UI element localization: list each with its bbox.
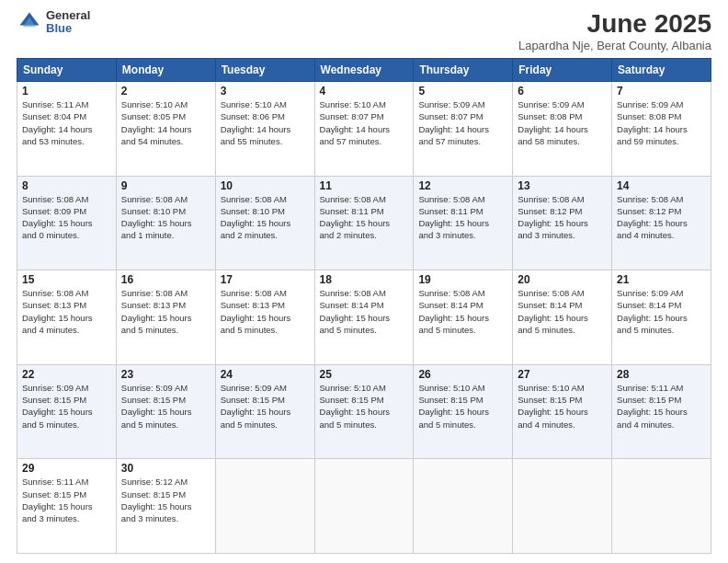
day-number: 16 bbox=[121, 273, 210, 286]
logo-general-text: General bbox=[46, 9, 90, 22]
page: General Blue June 2025 Lapardha Nje, Ber… bbox=[0, 0, 728, 563]
calendar-cell: 7Sunrise: 5:09 AM Sunset: 8:08 PM Daylig… bbox=[612, 82, 711, 177]
calendar-cell: 20Sunrise: 5:08 AM Sunset: 8:14 PM Dayli… bbox=[513, 270, 612, 365]
day-number: 24 bbox=[221, 368, 310, 381]
calendar-cell: 15Sunrise: 5:08 AM Sunset: 8:13 PM Dayli… bbox=[17, 270, 117, 365]
week-row-4: 22Sunrise: 5:09 AM Sunset: 8:15 PM Dayli… bbox=[17, 364, 711, 459]
day-number: 20 bbox=[518, 273, 607, 286]
day-info: Sunrise: 5:08 AM Sunset: 8:13 PM Dayligh… bbox=[22, 287, 111, 336]
logo-text: General Blue bbox=[46, 9, 90, 36]
calendar-cell: 4Sunrise: 5:10 AM Sunset: 8:07 PM Daylig… bbox=[314, 82, 414, 177]
calendar-cell: 11Sunrise: 5:08 AM Sunset: 8:11 PM Dayli… bbox=[314, 176, 414, 270]
calendar-cell: 18Sunrise: 5:08 AM Sunset: 8:14 PM Dayli… bbox=[314, 270, 414, 365]
calendar-cell: 10Sunrise: 5:08 AM Sunset: 8:10 PM Dayli… bbox=[215, 176, 314, 270]
day-info: Sunrise: 5:08 AM Sunset: 8:09 PM Dayligh… bbox=[22, 193, 111, 242]
day-info: Sunrise: 5:09 AM Sunset: 8:08 PM Dayligh… bbox=[518, 98, 607, 147]
day-number: 15 bbox=[22, 273, 111, 286]
day-number: 5 bbox=[418, 85, 507, 98]
day-number: 29 bbox=[22, 462, 111, 475]
calendar-cell: 13Sunrise: 5:08 AM Sunset: 8:12 PM Dayli… bbox=[513, 176, 612, 270]
calendar-cell: 9Sunrise: 5:08 AM Sunset: 8:10 PM Daylig… bbox=[116, 176, 215, 270]
day-number: 23 bbox=[121, 368, 210, 381]
day-info: Sunrise: 5:08 AM Sunset: 8:14 PM Dayligh… bbox=[418, 287, 507, 336]
day-number: 11 bbox=[320, 179, 409, 192]
day-info: Sunrise: 5:08 AM Sunset: 8:13 PM Dayligh… bbox=[221, 287, 310, 336]
calendar-cell: 24Sunrise: 5:09 AM Sunset: 8:15 PM Dayli… bbox=[215, 364, 314, 459]
week-row-1: 1Sunrise: 5:11 AM Sunset: 8:04 PM Daylig… bbox=[17, 82, 711, 177]
day-number: 6 bbox=[518, 85, 607, 98]
day-info: Sunrise: 5:09 AM Sunset: 8:15 PM Dayligh… bbox=[221, 382, 310, 431]
day-info: Sunrise: 5:10 AM Sunset: 8:05 PM Dayligh… bbox=[121, 98, 210, 147]
day-info: Sunrise: 5:10 AM Sunset: 8:06 PM Dayligh… bbox=[221, 98, 310, 147]
day-info: Sunrise: 5:10 AM Sunset: 8:15 PM Dayligh… bbox=[518, 382, 607, 431]
calendar-cell: 30Sunrise: 5:12 AM Sunset: 8:15 PM Dayli… bbox=[116, 459, 215, 554]
day-info: Sunrise: 5:11 AM Sunset: 8:15 PM Dayligh… bbox=[22, 476, 111, 524]
header-day-monday: Monday bbox=[116, 59, 215, 82]
day-info: Sunrise: 5:09 AM Sunset: 8:14 PM Dayligh… bbox=[617, 287, 706, 336]
calendar-cell: 28Sunrise: 5:11 AM Sunset: 8:15 PM Dayli… bbox=[612, 364, 711, 459]
day-number: 18 bbox=[320, 273, 409, 286]
calendar-cell bbox=[513, 459, 612, 554]
calendar-cell bbox=[414, 459, 513, 554]
day-info: Sunrise: 5:08 AM Sunset: 8:12 PM Dayligh… bbox=[518, 193, 607, 242]
day-number: 7 bbox=[617, 85, 706, 98]
calendar-cell: 25Sunrise: 5:10 AM Sunset: 8:15 PM Dayli… bbox=[314, 364, 414, 459]
header-day-friday: Friday bbox=[513, 59, 612, 82]
day-number: 8 bbox=[22, 179, 111, 192]
calendar-cell: 5Sunrise: 5:09 AM Sunset: 8:07 PM Daylig… bbox=[414, 82, 513, 177]
calendar-table: SundayMondayTuesdayWednesdayThursdayFrid… bbox=[17, 58, 711, 554]
calendar-cell: 26Sunrise: 5:10 AM Sunset: 8:15 PM Dayli… bbox=[414, 364, 513, 459]
calendar-cell: 2Sunrise: 5:10 AM Sunset: 8:05 PM Daylig… bbox=[116, 82, 215, 177]
day-number: 26 bbox=[418, 368, 507, 381]
header-day-saturday: Saturday bbox=[612, 59, 711, 82]
calendar-cell: 1Sunrise: 5:11 AM Sunset: 8:04 PM Daylig… bbox=[17, 82, 117, 177]
calendar-cell: 17Sunrise: 5:08 AM Sunset: 8:13 PM Dayli… bbox=[215, 270, 314, 365]
calendar-cell: 27Sunrise: 5:10 AM Sunset: 8:15 PM Dayli… bbox=[513, 364, 612, 459]
day-info: Sunrise: 5:11 AM Sunset: 8:15 PM Dayligh… bbox=[617, 382, 706, 431]
header-day-thursday: Thursday bbox=[414, 59, 513, 82]
calendar-cell: 22Sunrise: 5:09 AM Sunset: 8:15 PM Dayli… bbox=[17, 364, 117, 459]
calendar-cell: 3Sunrise: 5:10 AM Sunset: 8:06 PM Daylig… bbox=[215, 82, 314, 177]
header: General Blue June 2025 Lapardha Nje, Ber… bbox=[17, 9, 711, 52]
logo: General Blue bbox=[17, 9, 90, 36]
day-number: 13 bbox=[518, 179, 607, 192]
calendar-cell bbox=[215, 459, 314, 554]
day-info: Sunrise: 5:10 AM Sunset: 8:15 PM Dayligh… bbox=[320, 382, 409, 431]
week-row-3: 15Sunrise: 5:08 AM Sunset: 8:13 PM Dayli… bbox=[17, 270, 711, 365]
day-number: 4 bbox=[320, 85, 409, 98]
day-number: 9 bbox=[121, 179, 210, 192]
day-info: Sunrise: 5:08 AM Sunset: 8:14 PM Dayligh… bbox=[320, 287, 409, 336]
day-number: 17 bbox=[221, 273, 310, 286]
day-info: Sunrise: 5:08 AM Sunset: 8:11 PM Dayligh… bbox=[418, 193, 507, 242]
day-info: Sunrise: 5:09 AM Sunset: 8:15 PM Dayligh… bbox=[22, 382, 111, 431]
subtitle: Lapardha Nje, Berat County, Albania bbox=[518, 39, 711, 52]
day-info: Sunrise: 5:08 AM Sunset: 8:10 PM Dayligh… bbox=[221, 193, 310, 242]
main-title: June 2025 bbox=[518, 9, 711, 39]
header-day-sunday: Sunday bbox=[17, 59, 117, 82]
calendar-cell: 16Sunrise: 5:08 AM Sunset: 8:13 PM Dayli… bbox=[116, 270, 215, 365]
day-number: 21 bbox=[617, 273, 706, 286]
day-number: 2 bbox=[121, 85, 210, 98]
day-info: Sunrise: 5:08 AM Sunset: 8:13 PM Dayligh… bbox=[121, 287, 210, 336]
calendar-cell: 12Sunrise: 5:08 AM Sunset: 8:11 PM Dayli… bbox=[414, 176, 513, 270]
day-number: 30 bbox=[121, 462, 210, 475]
header-row: SundayMondayTuesdayWednesdayThursdayFrid… bbox=[17, 59, 711, 82]
calendar-body: 1Sunrise: 5:11 AM Sunset: 8:04 PM Daylig… bbox=[17, 82, 711, 554]
day-info: Sunrise: 5:08 AM Sunset: 8:11 PM Dayligh… bbox=[320, 193, 409, 242]
day-number: 28 bbox=[617, 368, 706, 381]
day-number: 27 bbox=[518, 368, 607, 381]
day-number: 25 bbox=[320, 368, 409, 381]
title-block: June 2025 Lapardha Nje, Berat County, Al… bbox=[518, 9, 711, 52]
calendar-cell bbox=[612, 459, 711, 554]
calendar-cell: 19Sunrise: 5:08 AM Sunset: 8:14 PM Dayli… bbox=[414, 270, 513, 365]
logo-blue-text: Blue bbox=[46, 22, 90, 35]
day-info: Sunrise: 5:09 AM Sunset: 8:08 PM Dayligh… bbox=[617, 98, 706, 147]
day-number: 19 bbox=[418, 273, 507, 286]
week-row-2: 8Sunrise: 5:08 AM Sunset: 8:09 PM Daylig… bbox=[17, 176, 711, 270]
calendar-cell: 8Sunrise: 5:08 AM Sunset: 8:09 PM Daylig… bbox=[17, 176, 117, 270]
calendar-cell: 23Sunrise: 5:09 AM Sunset: 8:15 PM Dayli… bbox=[116, 364, 215, 459]
day-info: Sunrise: 5:09 AM Sunset: 8:15 PM Dayligh… bbox=[121, 382, 210, 431]
day-number: 14 bbox=[617, 179, 706, 192]
calendar-cell: 29Sunrise: 5:11 AM Sunset: 8:15 PM Dayli… bbox=[17, 459, 117, 554]
day-info: Sunrise: 5:10 AM Sunset: 8:15 PM Dayligh… bbox=[418, 382, 507, 431]
